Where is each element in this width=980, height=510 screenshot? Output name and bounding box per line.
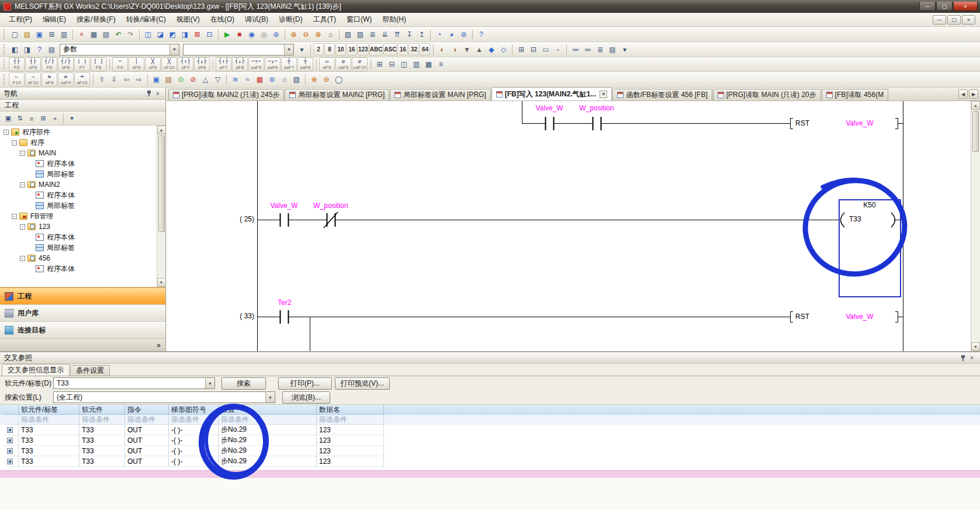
table-row-0[interactable]: T33T33OUT-( )-步No.29123 <box>0 425 980 435</box>
document-tab-2[interactable]: 局部标签设置 MAIN [PRG] <box>390 89 490 100</box>
tb2-combo-5[interactable]: 参数▼ <box>60 44 179 55</box>
overflow-chevron[interactable]: » <box>157 341 161 349</box>
tb1-icon-9[interactable]: ▤ <box>100 28 112 40</box>
scrollbar-thumb[interactable] <box>158 136 165 232</box>
document-tab-1[interactable]: 局部标签设置 MAIN2 [PRG] <box>285 89 389 100</box>
tb4-icon-7[interactable]: ⇧ <box>96 74 108 86</box>
crossref-tab-1[interactable]: 条件设置 <box>70 365 110 376</box>
document-tab-6[interactable]: [FB]读取 456(M <box>822 89 888 100</box>
tb2-icon-33[interactable]: ≕ <box>581 43 594 55</box>
tb2-format-button-18[interactable]: 64 <box>420 43 430 55</box>
tb1-icon-7[interactable]: × <box>75 28 88 40</box>
tb1-icon-39[interactable]: ◔ <box>433 28 445 40</box>
table-row-2[interactable]: T33T33OUT-( )-步No.29123 <box>0 446 980 456</box>
tb1-icon-24[interactable]: ⊛ <box>270 28 282 40</box>
location-combo[interactable]: (全工程) ▼ <box>53 391 275 403</box>
tb2-icon-1[interactable]: ◧ <box>9 43 21 55</box>
tb4-icon-21[interactable]: ▦ <box>254 74 266 86</box>
tb2-format-button-9[interactable]: 2 <box>313 43 324 55</box>
tb3-icon-31[interactable]: ≡ <box>435 58 447 71</box>
tb2-format-button-10[interactable]: 8 <box>324 43 335 55</box>
tb4-symbol-button-F10[interactable]: ⇐F10 <box>9 72 25 86</box>
tb1-icon-18[interactable]: ⊡ <box>203 28 216 40</box>
tb3-symbol-button-saF8[interactable]: ┼saF8 <box>297 57 313 71</box>
tb1-icon-29[interactable]: ⌂ <box>324 28 337 40</box>
minimize-button[interactable]: — <box>919 2 936 11</box>
column-header-1[interactable]: 软元件 <box>79 405 125 415</box>
navtb-icon-0[interactable]: ▣ <box>2 113 14 124</box>
tab-next-icon[interactable]: ▶ <box>969 89 978 99</box>
tb1-icon-22[interactable]: ◉ <box>245 28 258 40</box>
column-header-3[interactable]: 梯形图符号 <box>169 405 219 415</box>
mdi-close-button[interactable]: × <box>962 15 975 25</box>
tb1-icon-31[interactable]: ▧ <box>342 28 354 40</box>
tree-item-局部标签-4[interactable]: 局部标签 <box>0 169 156 179</box>
tb2-format-button-12[interactable]: 16 <box>347 43 357 55</box>
collapse-icon[interactable]: - <box>20 224 25 230</box>
tb4-icon-24[interactable]: ▧ <box>290 74 303 86</box>
tb3-symbol-button-sF6[interactable]: ┤/├sF6 <box>58 57 74 71</box>
tb1-icon-20[interactable]: ▶ <box>221 28 233 40</box>
tb1-icon-15[interactable]: ◩ <box>167 28 179 40</box>
tb1-icon-3[interactable]: ▣ <box>33 28 46 40</box>
close-button[interactable]: × <box>953 2 978 11</box>
navtb-icon-4[interactable]: + <box>49 113 61 124</box>
collapse-icon[interactable]: - <box>20 151 25 156</box>
tb4-symbol-button-aF10[interactable]: ═aF10 <box>74 72 90 86</box>
tree-item-MAIN-2[interactable]: -MAIN <box>0 148 156 158</box>
tb1-icon-2[interactable]: ▤ <box>21 28 33 40</box>
tree-scrollbar[interactable]: ▲ ▼ <box>157 126 165 287</box>
menu-item-5[interactable]: 在线(O) <box>205 13 240 26</box>
tb4-icon-28[interactable]: ◯ <box>333 74 345 86</box>
tb2-icon-25[interactable]: ◇ <box>497 43 510 55</box>
mdi-minimize-button[interactable]: — <box>933 15 946 25</box>
tb3-symbol-button-F6[interactable]: ┤/├F6 <box>41 57 57 71</box>
tb1-icon-21[interactable]: ■ <box>233 28 245 40</box>
scroll-down-icon[interactable]: ▼ <box>157 278 166 287</box>
tb3-symbol-button-F5[interactable]: ┤├F5 <box>9 57 25 71</box>
filter-cell-1[interactable]: 筛选条件 <box>79 415 125 425</box>
tb1-icon-27[interactable]: ⊖ <box>300 28 312 40</box>
tree-item-MAIN2-5[interactable]: -MAIN2 <box>0 179 156 190</box>
chevron-down-icon[interactable]: ▼ <box>265 392 275 403</box>
tb3-symbol-button-sF7[interactable]: ┤↑├sF7 <box>178 57 193 71</box>
tb3-symbol-button-saF5[interactable]: ─↑─saF5 <box>248 57 264 71</box>
menu-item-0[interactable]: 工程(P) <box>4 13 37 26</box>
mdi-restore-button[interactable]: ▢ <box>947 15 961 25</box>
tb4-icon-17[interactable]: ▽ <box>212 74 224 86</box>
document-tab-5[interactable]: [PRG]读取 MAIN (只读) 20步 <box>713 89 821 100</box>
tb4-symbol-button-aF9[interactable]: ⇆aF9 <box>41 72 57 86</box>
tb1-icon-16[interactable]: ◨ <box>179 28 191 40</box>
menu-item-8[interactable]: 工具(T) <box>308 13 341 26</box>
chevron-down-icon[interactable]: ▼ <box>284 44 293 55</box>
tb1-icon-43[interactable]: ? <box>475 28 487 40</box>
tb3-symbol-button-caF5[interactable]: ∅caF5 <box>335 57 351 71</box>
tb3-symbol-button-aF7[interactable]: ┤↑├aF7 <box>216 57 231 71</box>
tb4-icon-10[interactable]: ⇨ <box>133 74 145 86</box>
tb2-icon-24[interactable]: ◆ <box>485 43 497 55</box>
tb1-icon-4[interactable]: ⊞ <box>46 28 58 40</box>
tb4-icon-13[interactable]: ▤ <box>162 74 175 86</box>
tb2-icon-2[interactable]: ◨ <box>21 43 33 55</box>
filter-cell-0[interactable]: 筛选条件 <box>19 415 79 425</box>
table-row-3[interactable]: T33T33OUT-( )-步No.29123 <box>0 456 980 467</box>
tb1-icon-32[interactable]: ▨ <box>354 28 366 40</box>
menu-item-7[interactable]: 诊断(D) <box>273 13 308 26</box>
tb2-icon-21[interactable]: ◑ <box>448 43 460 55</box>
tb1-icon-40[interactable]: ◕ <box>445 28 458 40</box>
chevron-down-icon[interactable]: ▼ <box>169 44 179 55</box>
tb4-icon-9[interactable]: ⇦ <box>120 74 133 86</box>
tb2-icon-22[interactable]: ▼ <box>460 43 473 55</box>
chevron-down-icon[interactable]: ▼ <box>205 378 214 388</box>
collapse-icon[interactable]: - <box>20 256 25 261</box>
tb2-icon-30[interactable]: ▫ <box>552 43 564 55</box>
navtb-icon-6[interactable]: ▾ <box>66 113 78 124</box>
menu-item-6[interactable]: 调试(B) <box>240 13 273 26</box>
tb4-icon-16[interactable]: △ <box>199 74 212 86</box>
table-row-1[interactable]: T33T33OUT-( )-步No.29123 <box>0 435 980 446</box>
collapse-icon[interactable]: - <box>12 214 17 219</box>
tb1-icon-35[interactable]: ⇈ <box>391 28 403 40</box>
column-header-2[interactable]: 指令 <box>125 405 169 415</box>
pin-icon[interactable] <box>147 90 151 97</box>
tb3-symbol-button-F9[interactable]: ─F9 <box>112 57 128 71</box>
